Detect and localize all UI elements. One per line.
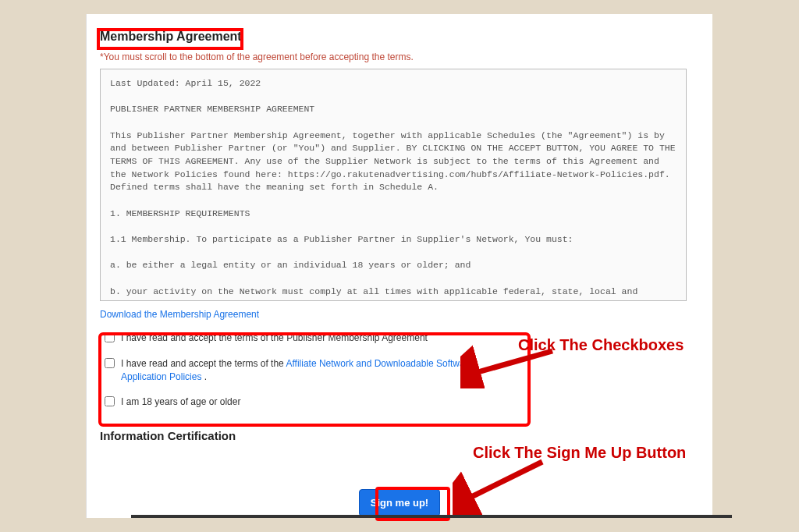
checkbox-label: I have read and accept the terms of the …	[121, 332, 428, 345]
checkbox-row-age: I am 18 years of age or older	[100, 389, 520, 415]
checkbox-group: I have read and accept the terms of the …	[100, 325, 520, 415]
checkbox-accept-policies[interactable]	[105, 358, 115, 368]
scroll-warning: *You must scroll to the bottom of the ag…	[100, 51, 699, 62]
agreement-scroll-box[interactable]: Last Updated: April 15, 2022 PUBLISHER P…	[100, 69, 687, 301]
section-title: Membership Agreement	[100, 30, 699, 44]
label-text: .	[201, 371, 207, 382]
checkbox-label: I have read and accept the terms of the …	[121, 357, 515, 384]
label-text: I have read and accept the terms of the	[121, 358, 286, 369]
checkbox-row-policies: I have read and accept the terms of the …	[100, 351, 520, 390]
bottom-strip	[131, 515, 732, 518]
agreement-text: Last Updated: April 15, 2022 PUBLISHER P…	[110, 77, 676, 301]
annotation-checkboxes: Click The Checkboxes	[518, 336, 684, 354]
checkbox-label: I am 18 years of age or older	[121, 395, 240, 409]
checkbox-row-terms: I have read and accept the terms of the …	[100, 325, 520, 351]
sign-me-up-button[interactable]: Sign me up!	[359, 489, 440, 516]
annotation-signup: Click The Sign Me Up Button	[473, 444, 686, 462]
info-certification-heading: Information Certification	[100, 429, 699, 442]
membership-card: Membership Agreement *You must scroll to…	[86, 14, 712, 518]
signup-wrap: Sign me up!	[100, 489, 699, 516]
download-agreement-link[interactable]: Download the Membership Agreement	[100, 309, 259, 320]
checkbox-accept-terms[interactable]	[105, 332, 115, 342]
checkbox-age-18[interactable]	[105, 396, 115, 406]
